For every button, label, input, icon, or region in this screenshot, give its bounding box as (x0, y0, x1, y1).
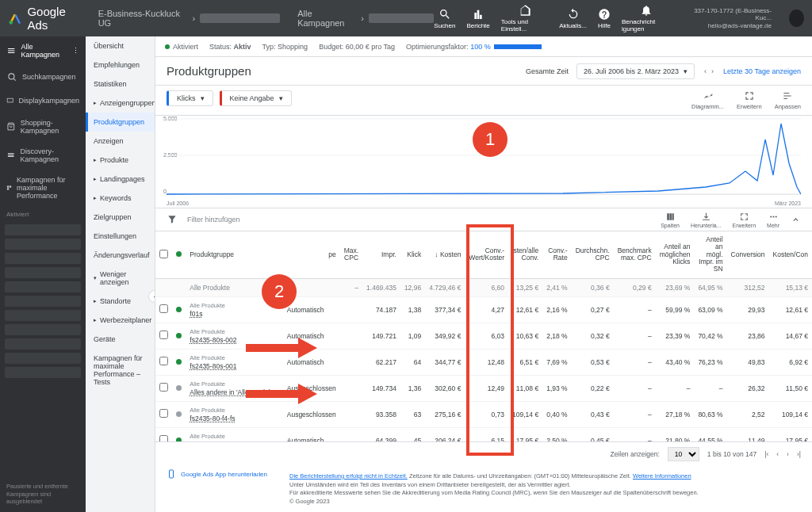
col-2[interactable]: Max. CPC (340, 231, 362, 278)
subnav-standorte[interactable]: ▸Standorte (86, 292, 155, 311)
product-group-link[interactable]: fs2435-80s-001 (190, 362, 278, 370)
rows-per-page[interactable]: 10 (668, 447, 699, 461)
timerange-label: Gesamte Zeit (526, 67, 569, 75)
svg-rect-4 (10, 185, 11, 187)
pager-last[interactable]: ›| (797, 450, 801, 458)
product-group-link[interactable]: fs2435-80-f4-fs (190, 415, 278, 422)
subnav--nderungsverlauf[interactable]: Änderungsverlauf (86, 246, 155, 265)
nav-discovery[interactable]: Discovery-Kampagnen (0, 141, 86, 170)
col-14[interactable]: Kosten/Con (769, 231, 812, 278)
col-9[interactable]: Durchschn. CPC (572, 231, 614, 278)
breadcrumb[interactable]: E-Business-Kuckluck UG › (98, 9, 281, 28)
product-groups-table: ProduktgruppepeMax. CPCImpr.Klick↓ Koste… (155, 231, 812, 441)
col-12[interactable]: Anteil an mögl. Impr. im SN (694, 231, 726, 278)
row-select[interactable] (159, 357, 168, 365)
svg-point-11 (775, 216, 776, 217)
filter-add[interactable]: Filter hinzufügen (187, 216, 651, 224)
expand-tool[interactable]: Erweitern (732, 212, 756, 228)
select-all[interactable] (159, 250, 168, 258)
product-group-link[interactable]: f01s (190, 310, 278, 318)
date-nav[interactable]: ‹› (703, 67, 715, 75)
status-dot (176, 437, 182, 441)
subnav-statistiken[interactable]: Statistiken (86, 75, 155, 94)
refresh-tool[interactable]: Aktualis... (559, 8, 587, 29)
nav-item-placeholder[interactable] (5, 224, 81, 235)
breadcrumb-redacted (200, 13, 280, 23)
table-container[interactable]: ProduktgruppepeMax. CPCImpr.Klick↓ Koste… (155, 231, 812, 441)
col-1[interactable]: pe (283, 231, 340, 278)
svg-rect-3 (7, 185, 9, 187)
chart-type-tool[interactable]: Diagramm... (691, 90, 724, 110)
download-tool[interactable]: Herunterla... (691, 212, 722, 228)
pager-next[interactable]: › (787, 450, 789, 458)
subnav-ger-te[interactable]: Geräte (86, 330, 155, 349)
breadcrumb-account[interactable]: E-Business-Kuckluck UG (98, 9, 188, 28)
col-10[interactable]: Benchmark max. CPC (614, 231, 656, 278)
col-0[interactable]: Produktgruppe (186, 231, 282, 278)
chart-expand-tool[interactable]: Erweitern (737, 90, 762, 110)
brand-text: Google Ads (27, 5, 83, 32)
logo: Google Ads (8, 5, 84, 32)
subnav-kampagnen-f-r-maximale-performance-tests[interactable]: Kampagnen für maximale Performance – Tes… (86, 349, 155, 392)
row-select[interactable] (159, 383, 168, 392)
last-30-link[interactable]: Letzte 30 Tage anzeigen (723, 67, 801, 75)
col-13[interactable]: Conversion (727, 231, 769, 278)
collapse-subnav[interactable]: ‹ (148, 290, 155, 303)
search-tool[interactable]: Suchen (434, 8, 455, 29)
filter-icon[interactable] (167, 214, 178, 225)
col-4[interactable]: Klick (400, 231, 425, 278)
metric-keine[interactable]: Keine Angabe▾ (220, 90, 292, 106)
more-tool[interactable]: Mehr (767, 212, 779, 228)
subnav-werbezeitplaner[interactable]: ▸Werbezeitplaner (86, 311, 155, 330)
avatar[interactable] (789, 10, 804, 27)
pager-first[interactable]: |‹ (764, 450, 768, 458)
chart-adjust-tool[interactable]: Anpassen (775, 90, 801, 110)
product-group-link[interactable]: Alles andere in 'Alle Produkte' (190, 388, 278, 396)
nav-display[interactable]: Displaykampagnen (0, 89, 86, 113)
status-bar: Aktiviert Status: Aktiv Typ: Shopping Bu… (155, 36, 812, 57)
col-8[interactable]: Conv.-Rate (542, 231, 571, 278)
breadcrumb-campaign[interactable]: Alle Kampagnen (297, 9, 356, 28)
nav-shopping[interactable]: Shopping-Kampagnen (0, 113, 86, 141)
subnav-zielgruppen[interactable]: Zielgruppen (86, 208, 155, 227)
help-tool[interactable]: Hilfe (598, 8, 611, 29)
nav-search[interactable]: Suchkampagnen (0, 65, 86, 89)
notifications-tool[interactable]: Benachricht igungen (622, 4, 672, 32)
row-select[interactable] (159, 304, 168, 313)
status-dot (176, 359, 182, 365)
subnav-empfehlungen[interactable]: Empfehlungen (86, 55, 155, 75)
columns-tool[interactable]: Spalten (661, 212, 680, 228)
collapse-panel[interactable] (791, 215, 801, 225)
table-row: Alle Produktefs2435-80s-002Automatisch14… (155, 323, 812, 349)
subnav-einstellungen[interactable]: Einstellungen (86, 227, 155, 246)
subnav-produkte[interactable]: ▸Produkte (86, 151, 155, 170)
tools-tool[interactable]: Tools und Einstell... (501, 4, 548, 32)
svg-rect-2 (7, 98, 13, 102)
subnav-anzeigen[interactable]: Anzeigen (86, 132, 155, 151)
date-range-picker[interactable]: 26. Juli 2006 bis 2. März 2023▾ (576, 63, 695, 79)
breadcrumb-2[interactable]: Alle Kampagnen › (297, 9, 434, 28)
col-3[interactable]: Impr. (362, 231, 400, 278)
reports-tool[interactable]: Berichte (466, 8, 489, 29)
product-group-link[interactable]: fs2435o-80s-001 (190, 441, 278, 441)
subnav-produktgruppen[interactable]: Produktgruppen (86, 113, 155, 132)
page-title: Produktgruppen (167, 64, 251, 78)
nav-pmax[interactable]: Kampagnen für maximale Performance (0, 170, 86, 206)
col-11[interactable]: Anteil an möglichen Klicks (656, 231, 695, 278)
subnav--bersicht[interactable]: Übersicht (86, 36, 155, 55)
pager-prev[interactable]: ‹ (776, 450, 779, 458)
metric-klicks[interactable]: Klicks▾ (167, 90, 213, 106)
subnav-landingpages[interactable]: ▸Landingpages (86, 170, 155, 189)
app-download[interactable]: Google Ads App herunterladen (155, 466, 278, 482)
row-select[interactable] (159, 435, 168, 441)
product-group-link[interactable]: fs2435-80s-002 (190, 336, 278, 344)
subnav-anzeigengruppen[interactable]: ▸Anzeigengruppen (86, 94, 155, 113)
col-5[interactable]: ↓ Kosten (425, 231, 465, 278)
subnav-keywords[interactable]: ▸Keywords (86, 189, 155, 208)
col-7[interactable]: sten/alle Conv. (508, 231, 542, 278)
nav-all-campaigns[interactable]: Alle Kampagnen⋮ (0, 36, 86, 65)
row-select[interactable] (159, 409, 168, 418)
subnav-weniger-anzeigen[interactable]: ▾Weniger anzeigen (86, 265, 155, 292)
row-select[interactable] (159, 331, 168, 339)
col-6[interactable]: Conv.-Wert/Koster (465, 231, 508, 278)
